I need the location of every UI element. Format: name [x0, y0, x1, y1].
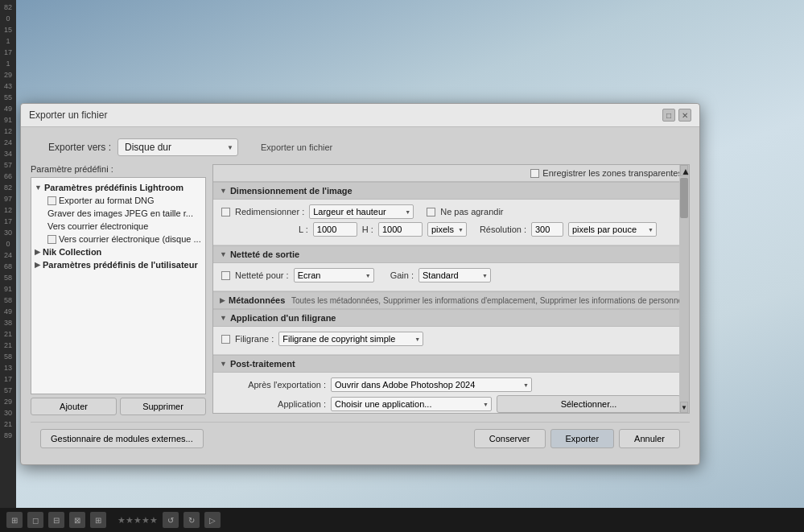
- scrollbar-track[interactable]: ▲ ▼: [679, 165, 689, 413]
- dng-checkbox[interactable]: [47, 196, 56, 205]
- export-button[interactable]: Exporter: [550, 429, 615, 448]
- width-input[interactable]: [313, 222, 357, 237]
- rotate-right-icon[interactable]: ↻: [183, 512, 200, 528]
- width-l-label: L :: [299, 225, 308, 234]
- transparent-row: Enregistrer les zones transparentes: [213, 165, 689, 182]
- email-disk-checkbox[interactable]: [47, 235, 56, 244]
- after-export-select[interactable]: Ouvrir dans Adobe Photoshop 2024: [331, 377, 532, 392]
- slideshow-icon[interactable]: ▷: [204, 512, 221, 528]
- postprocess-content: Après l'exportation : Ouvrir dans Adobe …: [213, 373, 689, 414]
- height-h-label: H :: [362, 225, 373, 234]
- no-enlarge-label: Ne pas agrandir: [440, 207, 503, 217]
- application-select[interactable]: Choisir une application...: [331, 397, 492, 411]
- gain-select[interactable]: Standard: [418, 268, 491, 282]
- preset-tree[interactable]: ▼ Paramètres prédéfinis Lightroom Export…: [31, 177, 206, 394]
- arrow-right-icon: ▶: [35, 248, 40, 256]
- transparent-checkbox[interactable]: [530, 169, 539, 178]
- survey-icon[interactable]: ⊠: [69, 512, 85, 528]
- ruler-num: 58: [0, 272, 16, 283]
- ruler-num: 57: [0, 159, 16, 171]
- watermark-select[interactable]: Filigrane de copyright simple: [278, 332, 423, 346]
- compare-icon[interactable]: ⊟: [48, 512, 64, 528]
- sharpness-arrow-icon: ▼: [220, 250, 227, 258]
- ruler-left: 82 0 15 1 17 1 29 43 55 49 91 12 24 34 5…: [0, 0, 16, 532]
- close-button[interactable]: ✕: [678, 109, 691, 122]
- preset-item-dng[interactable]: Exporter au format DNG: [31, 194, 205, 207]
- single-view-icon[interactable]: ◻: [27, 512, 43, 528]
- grid-view-icon[interactable]: ⊞: [6, 512, 23, 528]
- action-bar: Gestionnaire de modules externes... Cons…: [31, 422, 690, 455]
- ruler-num: 24: [0, 250, 16, 261]
- resolution-unit-select[interactable]: pixels par pouce: [568, 222, 657, 237]
- resize-select[interactable]: Largeur et hauteur: [309, 204, 414, 219]
- action-btn-group: Conserver Exporter Annuler: [474, 429, 680, 448]
- ruler-num: 13: [0, 362, 16, 373]
- postprocess-section-header[interactable]: ▼ Post-traitement: [213, 355, 689, 373]
- watermark-section-header[interactable]: ▼ Application d'un filigrane: [213, 309, 689, 327]
- ruler-num: 15: [0, 24, 16, 35]
- preset-item-email-disk[interactable]: Vers courrier électronique (disque ...: [31, 233, 205, 245]
- rotate-left-icon[interactable]: ↺: [163, 512, 179, 528]
- ruler-num: 89: [0, 430, 16, 441]
- plugin-manager-button[interactable]: Gestionnaire de modules externes...: [40, 429, 204, 448]
- preset-section-user[interactable]: ▶ Paramètres prédéfinis de l'utilisateur: [31, 258, 205, 271]
- preset-item-email[interactable]: Vers courrier électronique: [31, 220, 205, 233]
- ruler-num: 58: [0, 351, 16, 362]
- scroll-up-btn[interactable]: ▲: [680, 165, 688, 176]
- left-panel: Paramètre prédéfini : ▼ Paramètres prédé…: [31, 164, 206, 415]
- export-vers-select[interactable]: Disque dur: [118, 138, 238, 156]
- export-un-fichier-label: Exporter un fichier: [261, 142, 332, 152]
- add-preset-button[interactable]: Ajouter: [31, 398, 117, 415]
- ruler-num: 24: [0, 137, 16, 148]
- bottom-toolbar: ⊞ ◻ ⊟ ⊠ ⊞ ★★★★★ ↺ ↻ ▷: [0, 508, 804, 532]
- after-export-label: Après l'exportation :: [221, 380, 326, 390]
- transparent-label: Enregistrer les zones transparentes: [542, 168, 682, 178]
- ruler-num: 12: [0, 204, 16, 216]
- postprocess-arrow-icon: ▼: [220, 360, 227, 368]
- sharpness-section-header[interactable]: ▼ Netteté de sortie: [213, 245, 689, 263]
- preset-section-label: Nik Collection: [43, 247, 101, 257]
- height-input[interactable]: [378, 222, 423, 237]
- preset-label: Paramètre prédéfini :: [31, 164, 206, 174]
- watermark-checkbox[interactable]: [221, 335, 230, 344]
- sharpness-for-select[interactable]: Ecran: [294, 268, 374, 282]
- metadata-description: Toutes les métadonnées, Supprimer les in…: [291, 296, 682, 305]
- ruler-num: 1: [0, 58, 16, 69]
- ruler-num: 12: [0, 126, 16, 137]
- ruler-num: 21: [0, 328, 16, 340]
- postprocess-label: Post-traitement: [230, 359, 295, 369]
- ruler-num: 17: [0, 47, 16, 58]
- select-application-button[interactable]: Sélectionner...: [497, 395, 681, 413]
- watermark-content: Filigrane : Filigrane de copyright simpl…: [213, 327, 689, 355]
- ruler-num: 91: [0, 114, 16, 126]
- scroll-down-btn[interactable]: ▼: [680, 402, 688, 413]
- preset-section-lightroom[interactable]: ▼ Paramètres prédéfinis Lightroom: [31, 181, 205, 194]
- people-icon[interactable]: ⊞: [90, 512, 106, 528]
- resolution-input[interactable]: [531, 222, 563, 237]
- ruler-num: 43: [0, 80, 16, 92]
- application-label: Application :: [221, 399, 326, 409]
- dialog-titlebar: Exporter un fichier □ ✕: [21, 104, 699, 127]
- minimize-button[interactable]: □: [662, 109, 675, 122]
- metadata-section-header[interactable]: ▶ Métadonnées Toutes les métadonnées, Su…: [213, 291, 689, 309]
- sharpness-content: Netteté pour : Ecran Gain : Standard: [213, 263, 689, 291]
- preset-section-nik[interactable]: ▶ Nik Collection: [31, 245, 205, 258]
- ruler-num: 0: [0, 238, 16, 250]
- ruler-num: 68: [0, 261, 16, 272]
- ruler-num: 49: [0, 306, 16, 317]
- gain-wrap: Standard: [418, 268, 491, 282]
- save-button[interactable]: Conserver: [474, 429, 546, 448]
- remove-preset-button[interactable]: Supprimer: [120, 398, 206, 415]
- pixels-select[interactable]: pixels: [427, 222, 467, 237]
- sharpness-for-label: Netteté pour :: [235, 270, 289, 280]
- resize-checkbox[interactable]: [221, 208, 230, 217]
- scrollbar-thumb[interactable]: [680, 178, 688, 218]
- preset-item-jpeg[interactable]: Graver des images JPEG en taille r...: [31, 207, 205, 220]
- ruler-num: 97: [0, 193, 16, 204]
- sharpness-checkbox[interactable]: [221, 271, 230, 280]
- dimension-section-header[interactable]: ▼ Dimensionnement de l'image: [213, 182, 689, 200]
- no-enlarge-checkbox[interactable]: [427, 208, 435, 217]
- cancel-button[interactable]: Annuler: [619, 429, 680, 448]
- ruler-num: 55: [0, 92, 16, 103]
- application-wrap: Choisir une application...: [331, 397, 492, 411]
